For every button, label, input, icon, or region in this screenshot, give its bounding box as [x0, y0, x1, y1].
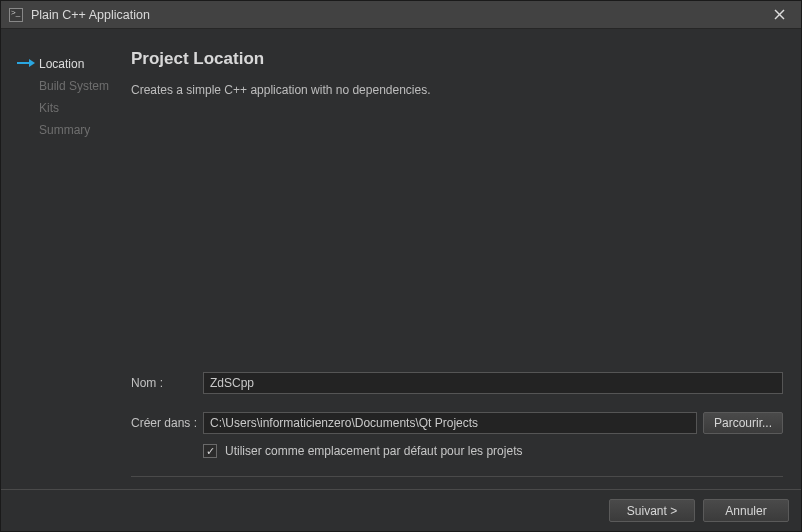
step-summary[interactable]: Summary	[17, 119, 111, 141]
wizard-footer: Suivant > Annuler	[1, 489, 801, 531]
project-name-row: Nom :	[131, 372, 783, 394]
step-build-system[interactable]: Build System	[17, 75, 111, 97]
arrow-right-icon	[17, 102, 35, 114]
window-title: Plain C++ Application	[31, 8, 765, 22]
content-area: Location Build System Kits Summary Proje…	[1, 29, 801, 489]
step-label: Location	[39, 57, 84, 71]
step-label: Build System	[39, 79, 109, 93]
cancel-button[interactable]: Annuler	[703, 499, 789, 522]
close-button[interactable]	[765, 1, 793, 29]
step-label: Kits	[39, 101, 59, 115]
close-icon	[774, 9, 785, 20]
wizard-steps-sidebar: Location Build System Kits Summary	[1, 29, 121, 489]
next-button[interactable]: Suivant >	[609, 499, 695, 522]
title-bar: Plain C++ Application	[1, 1, 801, 29]
spacer	[131, 97, 783, 362]
arrow-right-icon	[17, 80, 35, 92]
default-location-checkbox[interactable]: ✓	[203, 444, 217, 458]
create-in-row: Créer dans : Parcourir...	[131, 412, 783, 434]
default-location-label: Utiliser comme emplacement par défaut po…	[225, 444, 522, 458]
path-label: Créer dans :	[131, 416, 203, 430]
page-description: Creates a simple C++ application with no…	[131, 83, 783, 97]
wizard-window: Plain C++ Application Location Build Sys…	[0, 0, 802, 532]
step-location[interactable]: Location	[17, 53, 111, 75]
default-location-row: ✓ Utiliser comme emplacement par défaut …	[131, 444, 783, 458]
arrow-right-icon	[17, 58, 35, 70]
page-heading: Project Location	[131, 49, 783, 69]
project-path-input[interactable]	[203, 412, 697, 434]
browse-button[interactable]: Parcourir...	[703, 412, 783, 434]
step-label: Summary	[39, 123, 90, 137]
main-panel: Project Location Creates a simple C++ ap…	[121, 29, 801, 489]
app-icon	[9, 8, 23, 22]
step-kits[interactable]: Kits	[17, 97, 111, 119]
divider	[131, 476, 783, 477]
arrow-right-icon	[17, 124, 35, 136]
name-label: Nom :	[131, 376, 203, 390]
project-name-input[interactable]	[203, 372, 783, 394]
